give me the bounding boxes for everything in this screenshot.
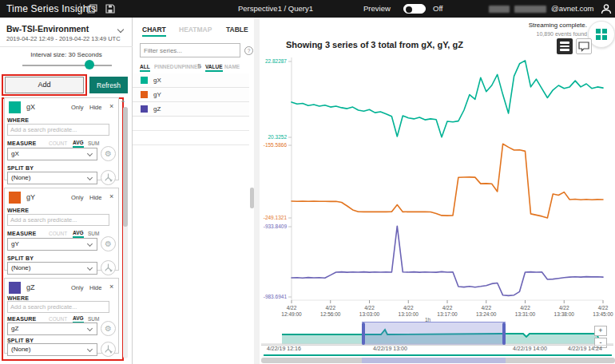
where-label: WHERE [7,208,29,213]
legend-item-gZ[interactable]: gZ [133,102,249,117]
zoom-in-button[interactable]: + [594,326,607,336]
tab-chart[interactable]: CHART [142,26,166,37]
close-icon[interactable]: × [109,283,113,291]
divider [0,46,133,47]
x-tick-time: 13:10:00 [399,311,419,317]
legend-item-gX[interactable]: gX [133,73,249,88]
series-line-gY [292,144,603,218]
sum-option[interactable]: SUM [88,231,99,236]
split-by-select[interactable]: (None) [7,343,97,356]
split-by-select[interactable]: (None) [7,172,97,184]
measure-select[interactable]: gX [7,148,97,160]
legend-scrollbar-thumb[interactable] [250,188,254,208]
search-predicate-input[interactable] [7,301,109,313]
x-tick-date: 4/22 [325,305,335,311]
interval-size-label: Interval size: 30 Seconds [0,51,133,58]
sum-option[interactable]: SUM [88,316,99,322]
sum-option[interactable]: SUM [88,140,99,146]
filter-all[interactable]: ALL [140,64,150,72]
series-name: gZ [26,283,35,291]
sidebar-scrollbar[interactable] [123,107,128,358]
series-card-gY: gY Only Hide × WHERE MEASURE COUNT AVG S… [4,188,119,271]
legend-label: gX [153,77,161,84]
perspective-icon[interactable] [86,3,97,14]
close-icon[interactable]: × [109,102,113,110]
tab-heatmap[interactable]: HEATMAP [179,26,212,34]
gear-icon[interactable]: ⚙ [101,146,116,161]
filter-series-input[interactable] [140,43,240,57]
tab-table[interactable]: TABLE [226,26,248,34]
x-tick-time: 13:45:00 [593,311,613,317]
x-tick-time: 13:31:00 [515,311,536,317]
series-color-swatch [9,101,21,113]
only-button[interactable]: Only [71,104,83,111]
time-brush[interactable] [362,322,506,346]
x-tick-date: 4/22 [287,305,297,311]
brush-handle-right[interactable] [502,322,506,345]
measure-select[interactable]: gZ [7,322,97,335]
x-tick-time: 13:03:00 [359,311,380,317]
chart-panel: Streaming complete. 10,890 events found … [260,18,615,364]
interval-slider-track[interactable] [22,65,112,66]
chevron-down-icon [87,175,93,180]
split-icon[interactable] [101,260,116,275]
save-icon[interactable] [105,3,116,14]
hide-button[interactable]: Hide [89,194,101,201]
x-tick-date: 4/22 [481,305,491,311]
measure-label: MEASURE [7,140,36,146]
filter-pinned[interactable]: PINNED [154,64,174,69]
user-icon[interactable] [600,2,613,15]
breadcrumb: Perspective1 / Query1 [238,0,313,18]
hide-button[interactable]: Hide [89,284,101,291]
environment-picker-button[interactable] [588,21,615,48]
x-tick-date: 4/22 [364,305,375,311]
series-line-gX [292,61,603,137]
search-predicate-input[interactable] [7,124,109,136]
count-option[interactable]: COUNT [49,316,67,322]
horizontal-scrollbar[interactable] [261,358,615,363]
chevron-down-icon [87,326,93,331]
avg-option[interactable]: AVG [73,230,84,238]
series-swatch [141,105,148,113]
refresh-button[interactable]: Refresh [89,77,128,93]
gear-icon[interactable]: ⚙ [101,236,116,251]
x-tick-date: 4/22 [598,305,609,311]
avg-option[interactable]: AVG [73,140,84,148]
measure-select[interactable]: gY [7,238,97,251]
add-button[interactable]: Add [5,77,84,93]
x-tick-date: 4/22 [442,305,453,311]
close-icon[interactable]: × [109,192,113,200]
split-icon[interactable] [101,342,116,357]
search-predicate-input[interactable] [7,214,109,226]
timeline-label: 4/22/19 12:16 [267,346,301,351]
interval-slider-thumb[interactable] [85,60,94,69]
split-icon[interactable] [101,170,116,185]
series-list-panel: CHART HEATMAP TABLE ? ALL PINNED UNPINNE… [133,18,254,364]
scroll-up-arrow-icon[interactable]: ▲ [121,98,125,103]
x-tick-date: 4/22 [520,305,530,311]
gear-icon[interactable]: ⚙ [101,321,116,336]
count-option[interactable]: COUNT [49,231,67,236]
preview-label: Preview [363,0,391,18]
sort-icon[interactable]: ⇅ [197,63,202,69]
series-name: gY [26,193,35,201]
preview-toggle[interactable] [403,4,426,14]
environment-date-range: 2019-04-22 12:49 - 2019-04-22 13:49 UTC [6,35,121,42]
only-button[interactable]: Only [71,284,83,291]
split-by-select[interactable]: (None) [7,262,97,275]
count-option[interactable]: COUNT [49,140,67,146]
brush-handle-left[interactable] [362,322,365,345]
scrollbar-thumb[interactable] [123,107,128,227]
sort-by-value[interactable]: VALUE [205,64,223,72]
only-button[interactable]: Only [71,194,83,201]
hide-button[interactable]: Hide [89,104,101,111]
measure-label: MEASURE [7,231,36,236]
toggle-knob [406,6,412,13]
sort-by-name[interactable]: NAME [224,64,240,69]
legend-label: gZ [153,105,161,113]
chevron-down-icon[interactable] [117,26,124,33]
redacted-user-name [514,6,546,13]
legend-item-gY[interactable]: gY [133,88,249,102]
help-icon[interactable]: ? [244,46,253,55]
series-swatch [141,91,148,98]
